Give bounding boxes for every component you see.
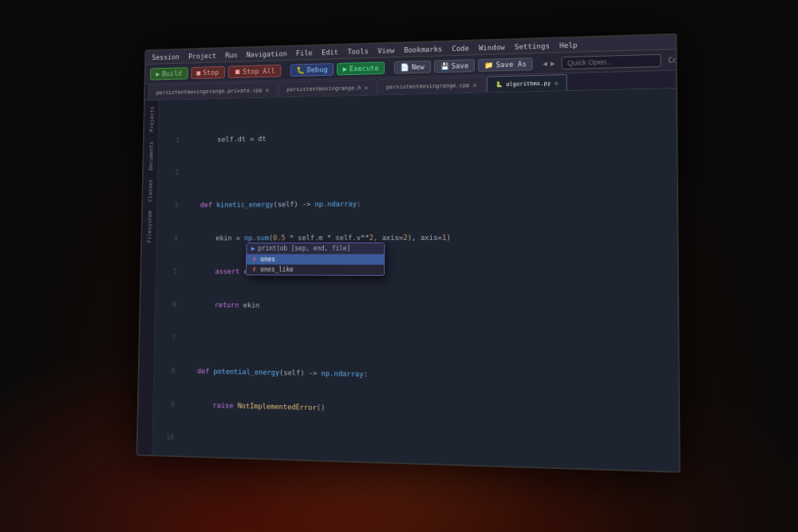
ac-item-label: ones_like — [260, 266, 294, 273]
stop-button[interactable]: ■ Stop — [191, 65, 225, 78]
menu-view[interactable]: View — [377, 45, 394, 53]
code-line-3: 3 def kinetic_energy(self) -> np.ndarray… — [164, 195, 670, 211]
monitor-background: Session Project Run Navigation File Edit… — [0, 0, 798, 532]
menu-run[interactable]: Run — [225, 50, 237, 58]
code-content: 1 self.dt = dt 2 3 def kinetic_energy(se… — [152, 89, 678, 471]
menu-session[interactable]: Session — [152, 53, 180, 61]
ac-item-label: ones — [260, 255, 275, 262]
menu-tools[interactable]: Tools — [347, 46, 368, 54]
ac-item-ones-like[interactable]: f ones_like — [247, 264, 384, 274]
ide-screen: Session Project Run Navigation File Edit… — [136, 33, 681, 472]
build-button[interactable]: ▶ Build — [150, 66, 188, 79]
ac-arrow-icon: ▶ — [251, 245, 255, 252]
menu-code[interactable]: Code — [452, 44, 469, 52]
ac-fn-icon: f — [252, 266, 255, 273]
save-as-button[interactable]: 📁 Save As — [478, 57, 533, 71]
tab-close-icon[interactable]: × — [364, 83, 368, 91]
debug-button[interactable]: 🐛 Debug — [290, 62, 334, 76]
autocomplete-popup[interactable]: ▶ print(ob [sep, end, file] f ones f one… — [246, 242, 385, 276]
build-icon: ▶ — [156, 69, 160, 77]
menu-bookmarks[interactable]: Bookmarks — [404, 45, 442, 53]
code-line-6: 6 return ekin — [161, 298, 670, 314]
code-editor[interactable]: 1 self.dt = dt 2 3 def kinetic_energy(se… — [152, 89, 678, 471]
menu-file[interactable]: File — [296, 49, 313, 57]
menu-window[interactable]: Window — [479, 42, 505, 51]
tab-persistentmovingrange-h[interactable]: persistentmovingrange.h × — [279, 79, 377, 97]
tab-close-icon[interactable]: × — [472, 81, 476, 89]
screen-wrapper: Session Project Run Navigation File Edit… — [136, 33, 681, 472]
stop-all-icon: ⏹ — [234, 67, 241, 75]
filesystem-panel-toggle[interactable]: Filesystem — [144, 207, 154, 246]
code-line-2: 2 — [164, 161, 670, 178]
code-line-1: 1 self.dt = dt — [164, 126, 669, 146]
code-line-10: 10 — [159, 432, 672, 458]
nav-arrow-back[interactable]: ◀ — [543, 59, 547, 67]
save-icon: 💾 — [440, 61, 449, 69]
ac-header-text: print(ob [sep, end, file] — [258, 245, 350, 252]
menu-navigation[interactable]: Navigation — [246, 49, 286, 57]
menu-settings[interactable]: Settings — [515, 41, 550, 50]
nav-arrow-forward[interactable]: ▶ — [551, 58, 555, 66]
nav-file-label: ConstantGravityParticleSystem.cpp — [668, 51, 681, 63]
stop-all-button[interactable]: ⏹ Stop All — [227, 64, 281, 77]
save-as-icon: 📁 — [484, 61, 493, 69]
new-button[interactable]: 📄 New — [394, 60, 431, 73]
code-line-7: 7 — [160, 332, 670, 350]
code-line-9: 9 raise NotImplementedError() — [160, 398, 672, 422]
classes-panel-toggle[interactable]: Classes — [145, 175, 155, 204]
code-line-8: 8 def potential_energy(self) -> np.ndarr… — [160, 365, 671, 386]
menu-project[interactable]: Project — [188, 51, 216, 60]
quick-open-input[interactable] — [562, 53, 662, 69]
menu-edit[interactable]: Edit — [322, 48, 338, 56]
execute-icon: ▶ — [343, 65, 347, 73]
tab-persistentmovingrange-cpp[interactable]: persistentmovingrange.cpp × — [377, 76, 486, 94]
tab-algorithms-py[interactable]: 🐍 algorithms.py × — [487, 74, 567, 92]
tab-close-icon[interactable]: × — [554, 78, 559, 86]
ac-fn-icon: f — [253, 256, 256, 262]
ac-item-ones[interactable]: f ones — [247, 254, 384, 264]
code-line-11: 11 def energy(self) -> np.ndarray: — [158, 465, 672, 471]
main-area: Projects Documents Classes Filesystem 1 … — [137, 89, 678, 471]
debug-icon: 🐛 — [296, 65, 305, 73]
autocomplete-header: ▶ print(ob [sep, end, file] — [247, 243, 384, 254]
tab-persistentmovingorange-private[interactable]: persistentmovingorange.private.cpp × — [148, 81, 279, 100]
menu-help[interactable]: Help — [559, 41, 577, 49]
code-line-4: 4 ekin = np.sum(0.5 * self.m * self.v**2… — [163, 231, 670, 244]
documents-panel-toggle[interactable]: Documents — [146, 138, 156, 173]
code-line-5: 5 assert ekin.shape == self.t.shape — [162, 266, 670, 279]
execute-button[interactable]: ▶ Execute — [337, 61, 385, 74]
save-button[interactable]: 💾 Save — [434, 58, 476, 72]
new-icon: 📄 — [401, 62, 409, 70]
stop-icon: ■ — [196, 69, 200, 77]
projects-panel-toggle[interactable]: Projects — [147, 103, 156, 135]
tab-close-icon[interactable]: × — [265, 85, 269, 93]
